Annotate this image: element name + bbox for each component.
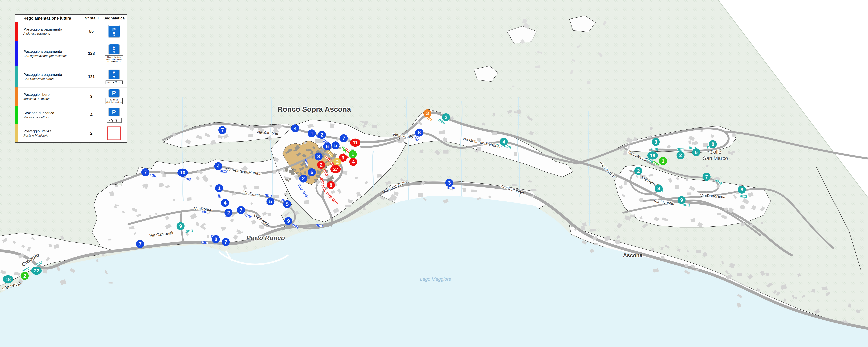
legend-row-title: Posteggio a pagamento [24,50,81,54]
legend-row-subtitle: A elevata rotazione [24,32,81,36]
parking-marker-teal-18[interactable]: 18 [647,152,658,160]
parking-marker-blue-7[interactable]: 7 [222,238,230,246]
legend-color-swatch [15,41,18,66]
legend-row-2: Posteggio a pagamentoCon limitazione ora… [15,66,127,88]
legend-header-stalls: N° stalli [82,15,101,22]
parking-marker-blue-5[interactable]: 5 [283,200,291,208]
electric-car-plaque-icon [106,118,122,123]
parking-sign-icon: P [109,44,119,55]
basemap-svg [0,0,868,347]
parking-marker-green-1[interactable]: 1 [659,157,667,165]
parking-marker-blue-5[interactable]: 5 [332,141,340,149]
parking-marker-blue-6[interactable]: 6 [308,168,316,176]
parking-marker-green-1[interactable]: 1 [349,150,357,158]
parking-marker-green-2[interactable]: 2 [21,272,29,280]
legend-row-sign: P30 minutiVisitatori cimitero [101,88,127,106]
parking-meter-icon [112,49,116,53]
legend-row-sign [101,124,127,142]
parking-marker-teal-7[interactable]: 7 [703,173,711,181]
legend-header: Regolamentazione futura N° stalli Segnal… [15,15,127,22]
legend-row-5: Posteggio utenzaPosta e Municipio2 [15,124,127,142]
sign-plaque-text: mass. 4 / 8 ore [105,81,123,84]
parking-marker-blue-7[interactable]: 7 [237,206,245,214]
legend-header-signage: Segnaletica [101,15,127,22]
parking-marker-blue-4[interactable]: 4 [291,124,299,132]
legend-header-regulation: Regolamentazione futura [15,16,82,21]
parking-marker-blue-1[interactable]: 1 [215,184,223,192]
parking-marker-blue-4[interactable]: 4 [221,199,229,207]
legend-row-0: Posteggio a pagamantoA elevata rotazione… [15,22,127,41]
parking-marker-blue-2[interactable]: 2 [318,131,326,139]
parking-marker-blue-7[interactable]: 7 [340,134,348,142]
legend-row-subtitle: Con agevolazione per residenti [24,54,81,58]
parking-sign-p-glyph: P [112,27,116,32]
parking-marker-blue-8[interactable]: 8 [212,235,220,243]
legend-row-subtitle: Per veicoli elettrici [24,116,81,119]
parking-sign-p-glyph: P [112,109,116,115]
legend-table: Regolamentazione futura N° stalli Segnal… [15,14,127,143]
parking-marker-orange-3[interactable]: 3 [424,109,431,117]
legend-row-sign: Plibero / illimitatocon contrassegno«COM… [101,41,127,66]
parking-meter-icon [112,74,116,78]
parking-marker-teal-4[interactable]: 4 [500,138,508,146]
parking-marker-blue-10[interactable]: 10 [178,169,188,177]
legend-row-3: Posteggio liberoMassimo 30 minuti3P30 mi… [15,88,127,106]
legend-row-title: Stazione di ricarica [24,111,81,115]
parking-marker-red-4[interactable]: 4 [349,158,357,166]
legend-color-swatch [15,124,18,142]
legend-color-swatch [15,66,18,87]
parking-marker-teal-9[interactable]: 9 [678,196,686,204]
parking-marker-blue-4[interactable]: 4 [214,162,222,170]
legend-row-sign: Pmass. 4 / 8 ore [101,66,127,87]
parking-marker-blue-2[interactable]: 2 [299,175,307,183]
parking-marker-teal-18[interactable]: 18 [3,275,13,284]
parking-marker-blue-6[interactable]: 6 [323,143,331,151]
parking-marker-blue-3[interactable]: 3 [315,153,322,160]
parking-marker-teal-3[interactable]: 3 [655,184,663,192]
parking-marker-red-2[interactable]: 2 [317,161,325,169]
parking-sign-icon: P [109,107,119,117]
legend-row-title: Posteggio libero [24,92,81,97]
legend-row-sign: P [101,22,127,41]
parking-marker-teal-3[interactable]: 3 [652,138,660,146]
parking-marker-red-11[interactable]: 11 [350,138,361,147]
parking-marker-teal-8[interactable]: 8 [709,140,717,148]
parking-marker-blue-9[interactable]: 9 [284,217,292,225]
legend-row-stalls-count: 4 [82,106,101,124]
label-colle-san-marco: Colle [710,149,721,155]
legend-color-swatch [15,22,18,41]
parking-marker-red-8[interactable]: 8 [327,181,335,189]
parking-marker-teal-2[interactable]: 2 [442,113,450,121]
legend-row-subtitle: Massimo 30 minuti [24,97,81,101]
parking-marker-teal-22[interactable]: 22 [31,267,42,275]
label-ascona: Ascona [623,252,643,258]
parking-marker-teal-6[interactable]: 6 [692,148,700,156]
reserved-parking-sign-icon [107,126,121,140]
parking-marker-red-27[interactable]: 27 [330,165,341,173]
legend-row-title: Posteggio utenza [24,129,81,133]
parking-marker-teal-8[interactable]: 8 [738,186,746,194]
legend-row-1: Posteggio a pagamentoCon agevolazione pe… [15,41,127,66]
map-canvas: 1822279879274551710474127115613324227628… [0,0,868,347]
legend-color-swatch [15,88,18,106]
legend-row-stalls-count: 2 [82,124,101,142]
parking-marker-blue-5[interactable]: 5 [267,197,275,206]
parking-marker-blue-3[interactable]: 3 [445,179,453,187]
parking-marker-teal-2[interactable]: 2 [634,167,642,175]
parking-marker-blue-7[interactable]: 7 [218,126,226,134]
legend-row-stalls-count: 128 [82,41,101,66]
parking-marker-blue-7[interactable]: 7 [136,240,144,248]
label-colle-san-marco-2: San Marco [703,155,728,161]
parking-marker-yellow-2[interactable]: 2 [333,158,341,166]
parking-marker-blue-8[interactable]: 8 [415,129,423,136]
parking-marker-blue-2[interactable]: 2 [224,209,232,217]
parking-marker-blue-1[interactable]: 1 [308,129,316,137]
parking-marker-teal-2[interactable]: 2 [677,151,684,159]
parking-sign-p-glyph: P [113,45,116,49]
parking-sign-p-glyph: P [112,90,116,96]
parking-marker-blue-7[interactable]: 7 [141,168,149,176]
parking-marker-teal-9[interactable]: 9 [177,222,185,230]
label-ronco-sopra-ascona: Ronco Sopra Ascona [277,105,351,114]
legend-row-sign: P [101,106,127,124]
legend-row-subtitle: Posta e Municipio [24,134,81,137]
